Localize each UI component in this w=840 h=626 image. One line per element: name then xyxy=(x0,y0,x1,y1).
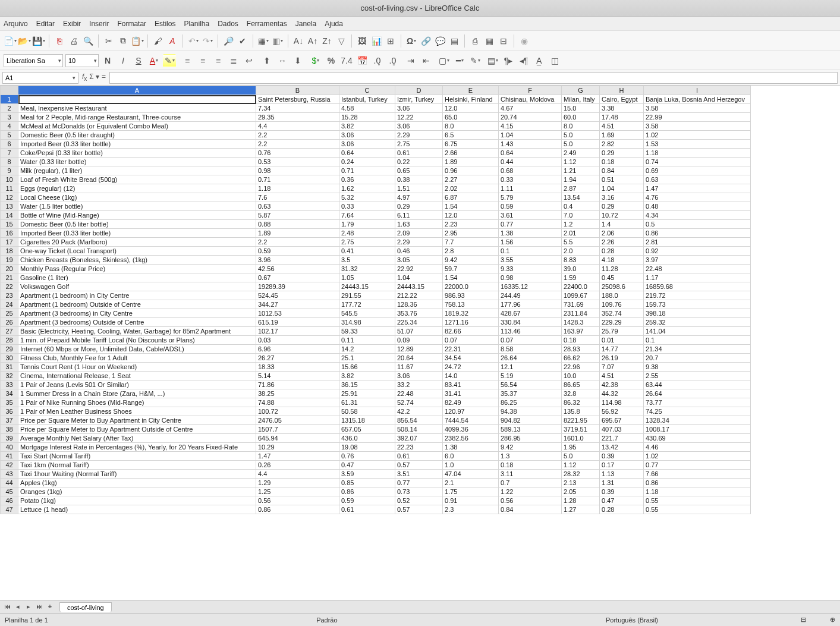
window-titlebar: cost-of-living.csv - LibreOffice Calc xyxy=(0,0,840,17)
menu-ferramentas[interactable]: Ferramentas xyxy=(247,20,287,28)
font-size-combo[interactable]: 10▾ xyxy=(65,54,99,67)
indent-dec-button[interactable]: ⇤ xyxy=(420,54,433,67)
cut-button[interactable]: ✂ xyxy=(102,34,115,48)
menu-dados[interactable]: Dados xyxy=(218,20,238,28)
align-left-button[interactable]: ≡ xyxy=(181,54,194,67)
sidebar-button[interactable]: ◫ xyxy=(548,54,561,67)
highlight-button[interactable]: ✎ xyxy=(163,54,176,67)
name-box[interactable]: A1▾ xyxy=(2,72,78,84)
sort-button[interactable]: Z↑ xyxy=(320,34,334,48)
menu-ajuda[interactable]: Ajuda xyxy=(325,20,343,28)
equals-icon[interactable]: = xyxy=(102,73,106,82)
autofilter-button[interactable]: ▽ xyxy=(335,34,348,48)
borders-button[interactable]: ▢ xyxy=(438,54,451,67)
align-right-button[interactable]: ≡ xyxy=(212,54,225,67)
draw-button[interactable]: ◉ xyxy=(518,34,531,48)
copy-button[interactable]: ⧉ xyxy=(117,34,130,48)
percent-button[interactable]: % xyxy=(325,54,338,67)
rtl-button[interactable]: ◂¶ xyxy=(517,54,530,67)
align-center-button[interactable]: ≡ xyxy=(196,54,209,67)
print-area-button[interactable]: ⎙ xyxy=(468,34,482,48)
save-button[interactable]: 💾 xyxy=(32,34,45,48)
standard-toolbar: 📄 📂 💾 ⎘ 🖨 🔍 ✂ ⧉ 📋 🖌 A ↶ ↷ 🔎 ✔ ▦ ▥ A↓ A↑ … xyxy=(0,31,840,51)
underline-button[interactable]: S xyxy=(132,54,145,67)
menu-inserir[interactable]: Inserir xyxy=(89,20,109,28)
cond-format-button[interactable]: ▤ xyxy=(486,54,499,67)
spellcheck-button[interactable]: ✔ xyxy=(236,34,249,48)
del-decimal-button[interactable]: .0̠ xyxy=(386,54,399,67)
date-button[interactable]: 📅 xyxy=(355,54,369,67)
valign-middle-button[interactable]: ↔ xyxy=(276,54,289,67)
menu-planilha[interactable]: Planilha xyxy=(184,20,209,28)
comment-button[interactable]: 💬 xyxy=(433,34,446,48)
ltr-button[interactable]: ¶▸ xyxy=(502,54,515,67)
menu-formatar[interactable]: Formatar xyxy=(117,20,146,28)
number-button[interactable]: 7.4 xyxy=(340,54,353,67)
redo-button[interactable]: ↷ xyxy=(201,34,214,48)
export-pdf-button[interactable]: ⎘ xyxy=(53,34,66,48)
clear-format-button[interactable]: A xyxy=(166,34,179,48)
valign-top-button[interactable]: ⬆ xyxy=(260,54,273,67)
wrap-button[interactable]: ↩ xyxy=(243,54,256,67)
font-name-combo[interactable]: Liberation Sa▾ xyxy=(4,54,63,67)
chart-button[interactable]: 📊 xyxy=(370,34,383,48)
column-button[interactable]: ▥ xyxy=(271,34,284,48)
border-style-button[interactable]: ━ xyxy=(453,54,466,67)
print-preview-button[interactable]: 🔍 xyxy=(81,34,95,48)
special-char-button[interactable]: Ω xyxy=(405,34,418,48)
formatting-toolbar: Liberation Sa▾ 10▾ N I S A ✎ ≡ ≡ ≡ ≣ ↩ ⬆… xyxy=(0,51,840,70)
italic-button[interactable]: I xyxy=(117,54,130,67)
formula-input[interactable] xyxy=(109,72,838,84)
indent-inc-button[interactable]: ⇥ xyxy=(404,54,417,67)
open-button[interactable]: 📂 xyxy=(18,34,31,48)
new-doc-button[interactable]: 📄 xyxy=(4,34,17,48)
header-footer-button[interactable]: ▤ xyxy=(448,34,461,48)
undo-button[interactable]: ↶ xyxy=(187,34,200,48)
sum-icon[interactable]: Σ ▾ xyxy=(89,73,99,82)
image-button[interactable]: 🖼 xyxy=(355,34,369,48)
add-decimal-button[interactable]: .0̟ xyxy=(371,54,384,67)
sort-desc-button[interactable]: A↑ xyxy=(306,34,319,48)
formula-bar: A1▾ fx Σ ▾ = xyxy=(0,70,840,86)
valign-bottom-button[interactable]: ⬇ xyxy=(291,54,304,67)
window-title: cost-of-living.csv - LibreOffice Calc xyxy=(361,4,480,12)
find-replace-button[interactable]: 🔎 xyxy=(222,34,235,48)
justify-button[interactable]: ≣ xyxy=(227,54,240,67)
sort-asc-button[interactable]: A↓ xyxy=(292,34,305,48)
menu-janela[interactable]: Janela xyxy=(295,20,316,28)
menu-estilos[interactable]: Estilos xyxy=(155,20,175,28)
split-button[interactable]: ⊟ xyxy=(497,34,510,48)
print-button[interactable]: 🖨 xyxy=(67,34,80,48)
bold-button[interactable]: N xyxy=(101,54,114,67)
border-color-button[interactable]: ✎ xyxy=(468,54,482,67)
menu-arquivo[interactable]: Arquivo xyxy=(4,20,28,28)
menubar: Arquivo Editar Exibir Inserir Formatar E… xyxy=(0,17,840,31)
currency-button[interactable]: $ xyxy=(309,54,322,67)
format-paintbrush-button[interactable]: 🖌 xyxy=(152,34,165,48)
freeze-button[interactable]: ▦ xyxy=(483,34,496,48)
row-button[interactable]: ▦ xyxy=(257,34,270,48)
paste-button[interactable]: 📋 xyxy=(131,34,144,48)
menu-editar[interactable]: Editar xyxy=(36,20,55,28)
font-color-button[interactable]: A xyxy=(147,54,161,67)
hyperlink-button[interactable]: 🔗 xyxy=(419,34,432,48)
pivot-button[interactable]: ⊞ xyxy=(384,34,397,48)
menu-exibir[interactable]: Exibir xyxy=(63,20,81,28)
fx-wizard-icon[interactable]: fx xyxy=(82,73,87,82)
styles-button[interactable]: A̲ xyxy=(533,54,546,67)
